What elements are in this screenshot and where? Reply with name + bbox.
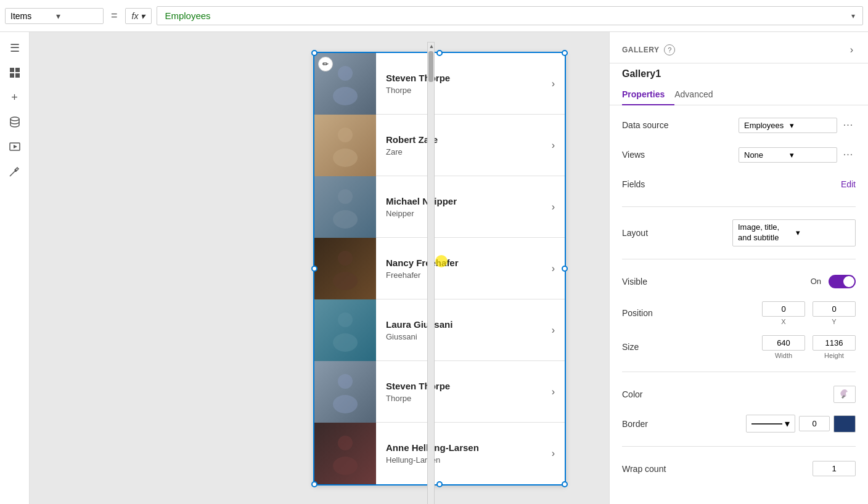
wrap-count-row: Wrap count	[622, 459, 856, 479]
gallery-item[interactable]: Steven Thorpe Thorpe ›	[314, 361, 565, 423]
top-bar: Items ▾ = fx ▾ Employees ▾	[0, 0, 868, 32]
handle-tl[interactable]	[311, 50, 317, 56]
border-color-swatch[interactable]	[833, 415, 856, 433]
item-arrow-icon: ›	[542, 201, 565, 213]
color-row: Color	[622, 384, 856, 404]
item-photo	[314, 423, 376, 484]
scrollbar-thumb[interactable]	[428, 51, 433, 82]
gallery-item[interactable]: Laura Giussani Giussani ›	[314, 299, 565, 361]
item-name: Anne Hellung-Larsen	[386, 442, 532, 453]
size-label: Size	[622, 342, 671, 352]
item-name: Robert Zare	[386, 134, 532, 145]
handle-br[interactable]	[562, 481, 568, 487]
sidebar-media-icon[interactable]	[4, 136, 26, 158]
item-photo	[314, 176, 376, 238]
gallery-item[interactable]: Steven Thorpe Thorpe ›	[314, 53, 565, 115]
fields-edit-link[interactable]: Edit	[841, 179, 856, 189]
scroll-up-arrow[interactable]: ▲	[428, 43, 435, 50]
help-icon[interactable]: ?	[664, 44, 675, 55]
fx-button[interactable]: fx ▾	[125, 8, 152, 24]
gallery-item[interactable]: Michael Neipper Neipper ›	[314, 176, 565, 238]
gallery-name: Gallery1	[610, 63, 868, 79]
handle-bl[interactable]	[311, 481, 317, 487]
handle-tm[interactable]	[436, 50, 443, 56]
panel-tabs: Properties Advanced	[610, 84, 868, 105]
formula-bar[interactable]: Employees ▾	[157, 6, 863, 25]
item-subtitle: Thorpe	[386, 394, 532, 403]
visible-toggle[interactable]	[829, 275, 856, 288]
panel-nav-arrow[interactable]: ›	[848, 42, 856, 58]
sidebar-tools-icon[interactable]	[4, 160, 26, 182]
item-text: Laura Giussani Giussani	[376, 312, 542, 349]
fx-chevron-icon: ▾	[141, 11, 145, 21]
wrap-count-input[interactable]	[813, 461, 856, 476]
item-photo	[314, 361, 376, 423]
views-dropdown[interactable]: None ▾	[739, 147, 837, 163]
size-width-input[interactable]	[762, 335, 805, 351]
canvas-area[interactable]: ✏ Steven Thorp	[30, 32, 609, 504]
sidebar-layers-icon[interactable]	[4, 62, 26, 84]
item-subtitle: Thorpe	[386, 86, 532, 95]
layout-dropdown[interactable]: Image, title, and subtitle ▾	[732, 219, 856, 246]
item-photo	[314, 115, 376, 176]
right-panel: GALLERY ? › Gallery1 Properties Advanced…	[609, 32, 868, 504]
position-label: Position	[622, 308, 671, 318]
items-chevron-icon: ▾	[56, 11, 98, 21]
items-label: Items	[10, 11, 52, 21]
visible-label: Visible	[622, 277, 671, 287]
gallery-component[interactable]: ✏ Steven Thorp	[313, 52, 566, 486]
svg-point-15	[338, 312, 353, 327]
color-button[interactable]	[833, 386, 856, 403]
fields-label: Fields	[622, 179, 671, 189]
item-arrow-icon: ›	[542, 386, 565, 397]
item-name: Laura Giussani	[386, 319, 532, 330]
gallery-item[interactable]: Robert Zare Zare ›	[314, 115, 565, 176]
border-label: Border	[622, 419, 671, 429]
item-subtitle: Neipper	[386, 209, 532, 218]
gallery-item[interactable]: Anne Hellung-Larsen Hellung-Larsen ›	[314, 423, 565, 484]
svg-rect-3	[15, 73, 20, 78]
border-control: ▾	[746, 415, 856, 433]
border-width-input[interactable]	[799, 416, 830, 431]
handle-bm[interactable]	[436, 481, 443, 487]
size-row: Size Width Height	[622, 335, 856, 359]
sidebar-menu-icon[interactable]: ☰	[4, 37, 26, 59]
edit-pencil-icon[interactable]: ✏	[318, 57, 333, 71]
svg-point-8	[333, 87, 358, 105]
item-name: Nancy Freehafer	[386, 258, 532, 268]
svg-point-10	[333, 148, 358, 167]
divider	[622, 259, 856, 259]
formula-chevron-icon: ▾	[851, 12, 855, 20]
scrollbar[interactable]: ▲ ▼	[427, 42, 435, 504]
tab-properties[interactable]: Properties	[622, 84, 674, 105]
divider	[622, 206, 856, 207]
handle-tr[interactable]	[562, 50, 568, 56]
panel-header: GALLERY ? ›	[610, 32, 868, 63]
position-x-input[interactable]	[762, 301, 805, 317]
size-height-input[interactable]	[813, 335, 856, 351]
data-source-dropdown[interactable]: Employees ▾	[739, 118, 837, 133]
handle-ml[interactable]	[311, 266, 317, 272]
views-more-button[interactable]: ···	[841, 147, 856, 162]
position-x-group: X	[762, 301, 805, 325]
items-dropdown[interactable]: Items ▾	[5, 8, 104, 24]
handle-mr[interactable]	[562, 266, 568, 272]
gallery-item[interactable]: Nancy Freehafer Freehafer ›	[314, 238, 565, 299]
position-y-label: Y	[832, 318, 836, 325]
item-name: Steven Thorpe	[386, 73, 532, 83]
item-text: Nancy Freehafer Freehafer	[376, 250, 542, 287]
data-source-control: Employees ▾ ···	[739, 118, 856, 133]
position-y-input[interactable]	[813, 301, 856, 317]
svg-point-16	[333, 333, 358, 352]
data-source-more-button[interactable]: ···	[841, 118, 856, 132]
sidebar-database-icon[interactable]	[4, 111, 26, 133]
sidebar-add-icon[interactable]: +	[4, 86, 26, 108]
position-inputs: X Y	[762, 301, 856, 325]
tab-advanced[interactable]: Advanced	[674, 84, 723, 105]
item-text: Michael Neipper Neipper	[376, 189, 542, 226]
size-inputs: Width Height	[762, 335, 856, 359]
svg-rect-0	[10, 68, 14, 72]
photo-placeholder	[314, 361, 376, 423]
border-style-dropdown[interactable]: ▾	[746, 415, 795, 433]
divider	[622, 446, 856, 447]
